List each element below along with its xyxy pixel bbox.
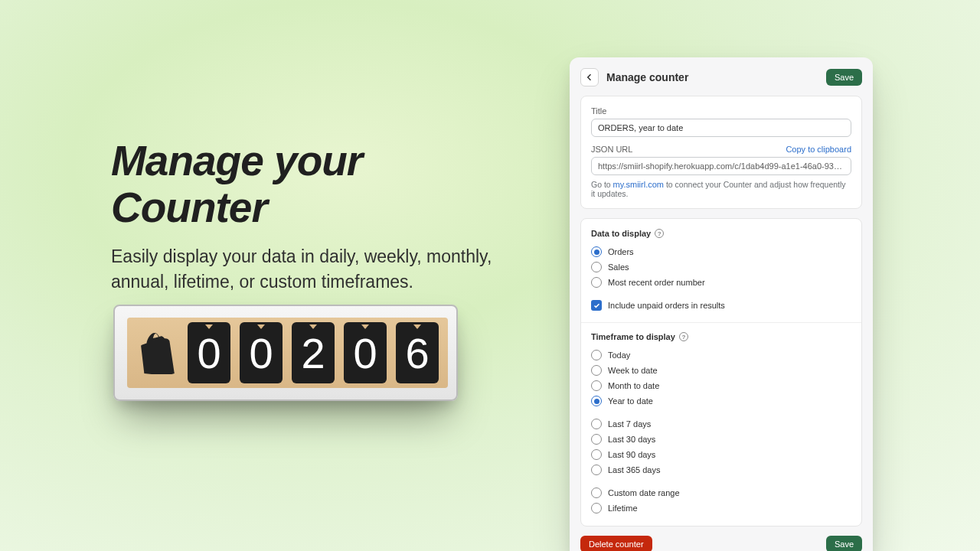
title-label: Title: [591, 106, 851, 116]
radio-last-7-days[interactable]: Last 7 days: [591, 416, 851, 432]
json-url-input[interactable]: [591, 157, 851, 175]
radio-icon: [591, 396, 602, 406]
radio-most-recent-order[interactable]: Most recent order number: [591, 275, 851, 290]
radio-sales[interactable]: Sales: [591, 259, 851, 275]
radio-icon: [591, 262, 602, 272]
hero-title: Manage your Counter: [111, 138, 524, 230]
help-prefix: Go to: [591, 180, 613, 189]
radio-icon: [591, 487, 602, 498]
counter-digit: 0: [344, 322, 387, 383]
arrow-left-icon: [585, 73, 594, 82]
radio-custom-date-range[interactable]: Custom date range: [591, 485, 851, 500]
section-divider: [581, 322, 861, 323]
counter-digit: 0: [240, 322, 283, 383]
shopify-logo-icon: [136, 326, 178, 380]
radio-last-365-days[interactable]: Last 365 days: [591, 462, 851, 478]
radio-icon: [591, 246, 602, 257]
hero-subtitle: Easily display your data in daily, weekl…: [111, 244, 524, 295]
hero-block: Manage your Counter Easily display your …: [111, 138, 524, 295]
checkbox-include-unpaid[interactable]: Include unpaid orders in results: [591, 298, 851, 313]
manage-counter-panel: Manage counter Save Title JSON URL Copy …: [570, 57, 873, 551]
json-url-label: JSON URL: [591, 145, 632, 154]
panel-header: Manage counter Save: [580, 68, 862, 86]
data-to-display-label: Data to display ?: [591, 229, 851, 238]
radio-week-to-date[interactable]: Week to date: [591, 363, 851, 378]
counter-digit: 6: [396, 322, 439, 383]
radio-icon: [591, 465, 602, 475]
save-button[interactable]: Save: [826, 69, 862, 86]
radio-month-to-date[interactable]: Month to date: [591, 378, 851, 393]
radio-icon: [591, 277, 602, 288]
save-button-footer[interactable]: Save: [826, 536, 862, 551]
copy-to-clipboard-link[interactable]: Copy to clipboard: [786, 145, 851, 154]
title-card: Title JSON URL Copy to clipboard Go to m…: [580, 96, 862, 209]
radio-lifetime[interactable]: Lifetime: [591, 500, 851, 516]
timeframe-label: Timeframe to display ?: [591, 332, 851, 341]
delete-counter-button[interactable]: Delete counter: [580, 536, 652, 551]
radio-icon: [591, 350, 602, 360]
radio-icon: [591, 380, 602, 391]
counter-device-inner: 0 0 2 0 6: [127, 318, 448, 388]
title-input[interactable]: [591, 119, 851, 137]
smiirl-link[interactable]: my.smiirl.com: [613, 180, 664, 189]
counter-digit: 2: [292, 322, 335, 383]
radio-year-to-date[interactable]: Year to date: [591, 393, 851, 409]
radio-icon: [591, 449, 602, 460]
help-text: Go to my.smiirl.com to connect your Coun…: [591, 180, 851, 198]
radio-last-90-days[interactable]: Last 90 days: [591, 447, 851, 462]
back-button[interactable]: [580, 68, 599, 86]
radio-icon: [591, 365, 602, 376]
radio-last-30-days[interactable]: Last 30 days: [591, 432, 851, 447]
radio-icon: [591, 419, 602, 429]
data-card: Data to display ? Orders Sales Most rece…: [580, 218, 862, 527]
radio-orders[interactable]: Orders: [591, 244, 851, 259]
checkbox-icon: [591, 300, 602, 311]
info-icon[interactable]: ?: [655, 229, 664, 238]
panel-footer: Delete counter Save: [580, 536, 862, 551]
counter-device: 0 0 2 0 6: [113, 305, 458, 401]
panel-title: Manage counter: [606, 71, 826, 83]
counter-digit: 0: [188, 322, 230, 383]
radio-icon: [591, 434, 602, 445]
radio-today[interactable]: Today: [591, 347, 851, 363]
radio-icon: [591, 503, 602, 514]
info-icon[interactable]: ?: [679, 332, 688, 341]
